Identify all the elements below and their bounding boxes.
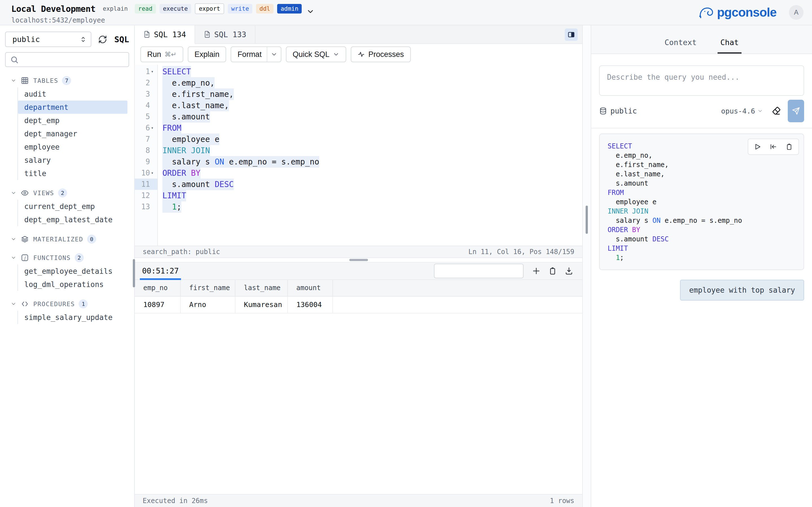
copy-results-button[interactable]	[548, 267, 557, 275]
results-search-input[interactable]	[439, 264, 534, 278]
sql-token: e.last_name,	[162, 100, 229, 111]
editor-line[interactable]: s.amount DESC	[158, 179, 582, 190]
eye-icon	[21, 189, 29, 197]
editor-line[interactable]: LIMIT	[158, 190, 582, 201]
sidebar-item-employee[interactable]: employee	[18, 140, 128, 154]
sidebar-item-log_dml_operations[interactable]: log_dml_operations	[18, 278, 128, 291]
sidebar-item-current_dept_emp[interactable]: current_dept_emp	[18, 200, 128, 213]
results-row[interactable]: 10897ArnoKumaresan136004	[135, 296, 582, 313]
editor-line[interactable]: e.last_name,	[158, 100, 582, 111]
result-tab-timer[interactable]: 00:51:27	[140, 263, 181, 279]
play-icon	[754, 143, 761, 151]
assistant-code-line: 1;	[608, 253, 796, 262]
section-label: VIEWS	[33, 189, 54, 196]
assistant-code-line: LIMIT	[608, 244, 796, 253]
refresh-schema-button[interactable]	[98, 35, 107, 44]
sidebar-item-dept_emp[interactable]: dept_emp	[18, 114, 128, 127]
editor-line[interactable]: ORDER BY	[158, 167, 582, 179]
section-header-procedures[interactable]: PROCEDURES1	[0, 298, 134, 309]
editor-line[interactable]: FROM	[158, 122, 582, 133]
sidebar-item-simple_salary_update[interactable]: simple_salary_update	[18, 311, 128, 324]
results-column-header-last_name[interactable]: last_name	[235, 280, 288, 296]
sidebar-resize-handle[interactable]	[133, 259, 135, 287]
sidebar-item-department[interactable]: department	[18, 101, 128, 114]
sidebar-search[interactable]	[5, 52, 129, 67]
editor-line[interactable]: s.amount	[158, 111, 582, 122]
split-view-button[interactable]	[565, 29, 578, 41]
sidebar-item-salary[interactable]: salary	[18, 154, 128, 167]
sidebar-item-dept_emp_latest_date[interactable]: dept_emp_latest_date	[18, 213, 128, 226]
sql-token: salary s	[608, 217, 652, 224]
explain-button[interactable]: Explain	[188, 47, 226, 62]
connection-menu-chevron[interactable]	[306, 7, 315, 16]
tab-sql-133[interactable]: SQL 133	[195, 25, 255, 43]
tab-chat[interactable]: Chat	[718, 38, 742, 54]
section-header-materialized[interactable]: MATERIALIZED0	[0, 233, 134, 245]
editor-toolbar: Run ⌘↵ Explain Format Quick SQL Processe…	[135, 44, 582, 65]
quick-sql-button[interactable]: Quick SQL	[286, 47, 347, 62]
format-button[interactable]: Format	[231, 47, 282, 62]
fold-marker-icon[interactable]: ▾	[150, 69, 154, 74]
download-results-button[interactable]	[565, 267, 573, 275]
quick-sql-label: Quick SQL	[293, 50, 329, 59]
chat-prompt-input[interactable]	[599, 65, 804, 96]
horizontal-resize-handle[interactable]	[349, 259, 368, 261]
send-button[interactable]	[788, 100, 804, 122]
sql-token: e.first_name,	[608, 161, 669, 169]
format-menu-chevron[interactable]	[267, 47, 281, 62]
sql-token	[186, 167, 191, 179]
editor-line[interactable]: e.emp_no,	[158, 77, 582, 89]
chevron-down-icon	[11, 190, 16, 196]
results-column-header-amount[interactable]: amount	[288, 280, 333, 296]
sql-token: FROM	[608, 189, 624, 196]
section-header-functions[interactable]: fFUNCTIONS2	[0, 252, 134, 263]
cursor-position-status: Ln 11, Col 16, Pos 148/159	[468, 248, 574, 256]
sql-token: ORDER	[162, 167, 186, 179]
sidebar-item-dept_manager[interactable]: dept_manager	[18, 127, 128, 140]
section-header-views[interactable]: VIEWS2	[0, 187, 134, 199]
run-suggestion-button[interactable]	[754, 143, 761, 151]
editor-line[interactable]: INNER JOIN	[158, 145, 582, 156]
results-header-row: emp_nofirst_namelast_nameamount	[135, 280, 582, 296]
sidebar-item-title[interactable]: title	[18, 167, 128, 180]
eraser-icon	[771, 106, 781, 116]
user-avatar[interactable]: A	[789, 5, 804, 20]
clear-chat-button[interactable]	[771, 106, 781, 116]
assistant-tabbar: Context Chat	[591, 25, 812, 54]
editor-line[interactable]: e.first_name,	[158, 89, 582, 100]
sql-mode-toggle[interactable]: SQL	[114, 35, 129, 44]
editor-line[interactable]: SELECT	[158, 66, 582, 77]
editor-line[interactable]: 1;	[158, 201, 582, 212]
sql-token: s.amount	[162, 111, 210, 122]
section-header-tables[interactable]: TABLES7	[0, 75, 134, 86]
connection-title: Local Development	[11, 4, 96, 14]
sidebar-item-get_employee_details[interactable]: get_employee_details	[18, 265, 128, 278]
sql-editor[interactable]: 1▾23456▾78910▾111213 SELECT e.emp_no, e.…	[135, 65, 582, 245]
add-result-tab-button[interactable]	[532, 267, 541, 275]
tab-sql-134[interactable]: SQL 134	[135, 25, 195, 44]
sidebar-item-audit[interactable]: audit	[18, 87, 128, 101]
insert-to-editor-button[interactable]	[770, 143, 777, 151]
results-search[interactable]	[434, 264, 523, 278]
user-message-bubble: employee with top salary	[680, 280, 804, 300]
run-button[interactable]: Run ⌘↵	[140, 47, 183, 62]
model-select[interactable]: opus-4.6	[721, 107, 763, 115]
fold-marker-icon[interactable]: ▾	[150, 170, 154, 175]
editor-code[interactable]: SELECT e.emp_no, e.first_name, e.last_na…	[158, 65, 582, 245]
results-column-header-first_name[interactable]: first_name	[181, 280, 235, 296]
tab-context[interactable]: Context	[662, 38, 700, 54]
line-number: 4	[135, 100, 157, 111]
schema-section-views: VIEWS2current_dept_empdept_emp_latest_da…	[0, 187, 134, 226]
panel-resize-handle[interactable]	[586, 206, 588, 234]
insert-left-icon	[770, 143, 777, 151]
context-schema: public	[599, 107, 637, 115]
fold-marker-icon[interactable]: ▾	[150, 125, 154, 130]
chat-controls: public opus-4.6	[599, 100, 804, 122]
editor-line[interactable]: employee e	[158, 133, 582, 145]
schema-select[interactable]: public	[5, 32, 91, 47]
processes-button[interactable]: Processes	[351, 47, 410, 62]
sidebar-search-input[interactable]	[18, 53, 129, 66]
copy-sql-button[interactable]	[785, 143, 793, 151]
results-column-header-emp_no[interactable]: emp_no	[135, 280, 181, 296]
editor-line[interactable]: salary s ON e.emp_no = s.emp_no	[158, 156, 582, 167]
